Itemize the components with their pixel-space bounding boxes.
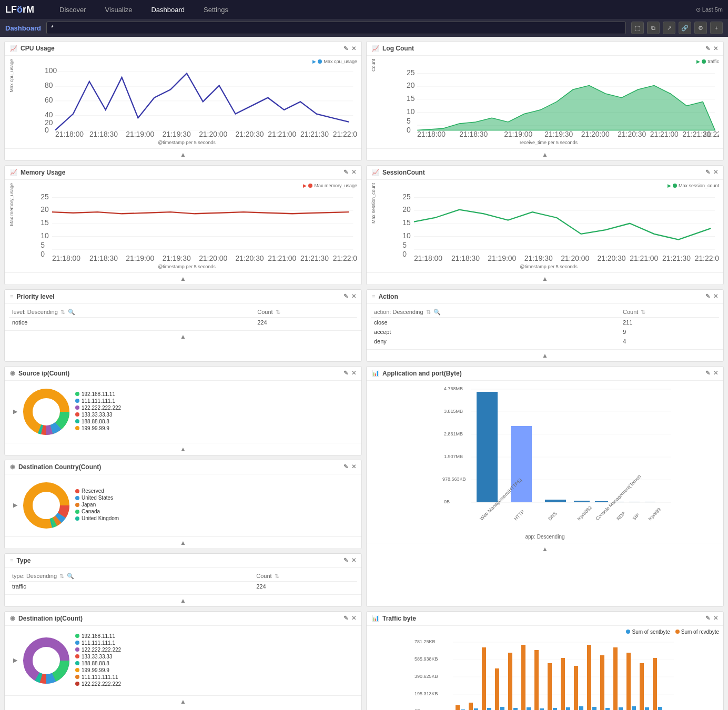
log-close[interactable]: ✕ xyxy=(713,45,718,52)
cpu-close[interactable]: ✕ xyxy=(351,45,356,52)
app-port-body: 4.768MB 3.815MB 2.861MB 1.907MB 978.563K… xyxy=(367,381,723,543)
priority-search[interactable]: 🔍 xyxy=(68,309,75,315)
action-close[interactable]: ✕ xyxy=(713,293,718,300)
action-sort[interactable]: ⇅ xyxy=(426,309,431,315)
svg-point-94 xyxy=(36,495,57,516)
cpu-title: CPU Usage xyxy=(21,45,55,52)
type-edit[interactable]: ✎ xyxy=(343,557,348,564)
link-icon[interactable]: 🔗 xyxy=(679,22,691,34)
session-close[interactable]: ✕ xyxy=(713,169,718,176)
svg-point-128 xyxy=(36,650,57,671)
dest-ip-collapse[interactable]: ▲ xyxy=(180,698,186,705)
svg-text:21:22:00: 21:22:00 xyxy=(333,130,357,138)
type-count-sort[interactable]: ⇅ xyxy=(275,573,279,579)
export-icon[interactable]: ↗ xyxy=(663,22,675,34)
dest-ip-edit[interactable]: ✎ xyxy=(343,615,348,622)
add-icon[interactable]: + xyxy=(710,22,723,34)
svg-text:21:19:00: 21:19:00 xyxy=(126,130,154,138)
priority-close[interactable]: ✕ xyxy=(351,293,356,300)
legend-item: 122.222.222.222 xyxy=(75,405,121,411)
settings-icon[interactable]: ⚙ xyxy=(694,22,707,34)
dest-country-expand[interactable]: ▶ xyxy=(13,502,17,509)
priority-header: ≡ Priority level ✎ ✕ xyxy=(5,290,361,304)
svg-rect-109 xyxy=(545,500,566,502)
share-icon[interactable]: ⬚ xyxy=(631,22,644,34)
source-ip-actions: ✎ ✕ xyxy=(343,370,356,377)
source-ip-edit[interactable]: ✎ xyxy=(343,370,348,377)
dest-country-close[interactable]: ✕ xyxy=(351,463,356,470)
action-search[interactable]: 🔍 xyxy=(433,309,441,315)
svg-text:21:19:00: 21:19:00 xyxy=(126,254,154,262)
cpu-edit[interactable]: ✎ xyxy=(343,45,348,52)
source-ip-header: ◉ Source ip(Count) ✎ ✕ xyxy=(5,367,361,381)
nav-settings[interactable]: Settings xyxy=(199,6,232,14)
source-ip-close[interactable]: ✕ xyxy=(351,370,356,377)
svg-text:25: 25 xyxy=(402,192,411,200)
log-count-panel: 📈 Log Count ✎ ✕ Count ▶ traffic xyxy=(366,41,724,161)
svg-text:21:19:30: 21:19:30 xyxy=(544,130,573,138)
nav-dashboard[interactable]: Dashboard xyxy=(147,6,189,14)
memory-close[interactable]: ✕ xyxy=(351,169,356,176)
action-edit[interactable]: ✎ xyxy=(705,293,710,300)
action-collapse[interactable]: ▲ xyxy=(542,352,548,359)
action-actions: ✎ ✕ xyxy=(705,293,718,300)
memory-legend: Max memory_usage xyxy=(314,183,357,188)
dest-ip-body: ▶ 192.168.11.11 111.111. xyxy=(5,626,361,695)
dest-country-footer: ▲ xyxy=(5,536,361,549)
type-sort[interactable]: ⇅ xyxy=(59,573,64,579)
action-count-sort[interactable]: ⇅ xyxy=(641,309,645,315)
dest-ip-close[interactable]: ✕ xyxy=(351,615,356,622)
svg-text:5: 5 xyxy=(407,117,411,125)
app-port-edit[interactable]: ✎ xyxy=(705,370,710,377)
app-port-close[interactable]: ✕ xyxy=(713,370,718,377)
priority-edit[interactable]: ✎ xyxy=(343,293,348,300)
legend-item: Japan xyxy=(75,502,119,508)
app-port-collapse[interactable]: ▲ xyxy=(542,545,548,553)
source-ip-collapse[interactable]: ▲ xyxy=(180,445,186,453)
priority-collapse[interactable]: ▲ xyxy=(180,333,186,340)
priority-sort[interactable]: ⇅ xyxy=(60,309,65,315)
svg-rect-170 xyxy=(658,707,662,710)
svg-text:21:19:00: 21:19:00 xyxy=(504,130,532,138)
source-ip-donut: ▶ 192.168.11.11 xyxy=(9,384,357,440)
type-collapse[interactable]: ▲ xyxy=(180,597,186,604)
nav-visualize[interactable]: Visualize xyxy=(101,6,137,14)
svg-rect-167 xyxy=(619,707,623,710)
traffic-byte-close[interactable]: ✕ xyxy=(713,615,718,622)
nav-discover[interactable]: Discover xyxy=(55,6,90,14)
traffic-byte-edit[interactable]: ✎ xyxy=(705,615,710,622)
svg-text:tcp/999: tcp/999 xyxy=(647,506,662,521)
logo: LFörM xyxy=(5,4,34,15)
action-deny-count: 4 xyxy=(620,337,719,346)
dest-country-edit[interactable]: ✎ xyxy=(343,463,348,470)
svg-text:15: 15 xyxy=(402,218,411,227)
svg-text:10: 10 xyxy=(41,231,49,239)
session-edit[interactable]: ✎ xyxy=(705,169,710,176)
log-title: Log Count xyxy=(382,45,414,52)
memory-edit[interactable]: ✎ xyxy=(343,169,348,176)
cpu-collapse[interactable]: ▲ xyxy=(180,151,186,158)
action-table: action: Descending ⇅ 🔍 Count ⇅ close 211 xyxy=(371,307,719,346)
legend-item: 199.99.99.9 xyxy=(75,667,121,673)
clone-icon[interactable]: ⧉ xyxy=(647,22,660,34)
dest-country-legend: Reserved United States Japan Canada xyxy=(75,488,119,522)
svg-rect-110 xyxy=(574,501,590,502)
svg-text:15: 15 xyxy=(41,218,49,227)
priority-panel: ≡ Priority level ✎ ✕ level: Descending ⇅… xyxy=(4,289,362,362)
source-ip-legend: 192.168.11.11 111.111.111.1 122.222.222.… xyxy=(75,391,121,432)
priority-count-sort[interactable]: ⇅ xyxy=(276,309,280,315)
log-collapse[interactable]: ▲ xyxy=(542,151,548,158)
session-collapse[interactable]: ▲ xyxy=(542,275,548,282)
memory-chart-icon: 📈 xyxy=(10,169,17,176)
session-body: Max session_count ▶ Max session_count 25… xyxy=(367,180,723,272)
priority-footer: ▲ xyxy=(5,330,361,342)
legend-item: Reserved xyxy=(75,488,119,494)
memory-collapse[interactable]: ▲ xyxy=(180,275,186,282)
dest-country-collapse[interactable]: ▲ xyxy=(180,539,186,546)
type-close[interactable]: ✕ xyxy=(351,557,356,564)
log-edit[interactable]: ✎ xyxy=(705,45,710,52)
type-search[interactable]: 🔍 xyxy=(67,573,74,579)
search-input[interactable] xyxy=(46,22,626,34)
dest-ip-expand[interactable]: ▶ xyxy=(13,657,17,664)
source-ip-expand[interactable]: ▶ xyxy=(13,408,17,415)
